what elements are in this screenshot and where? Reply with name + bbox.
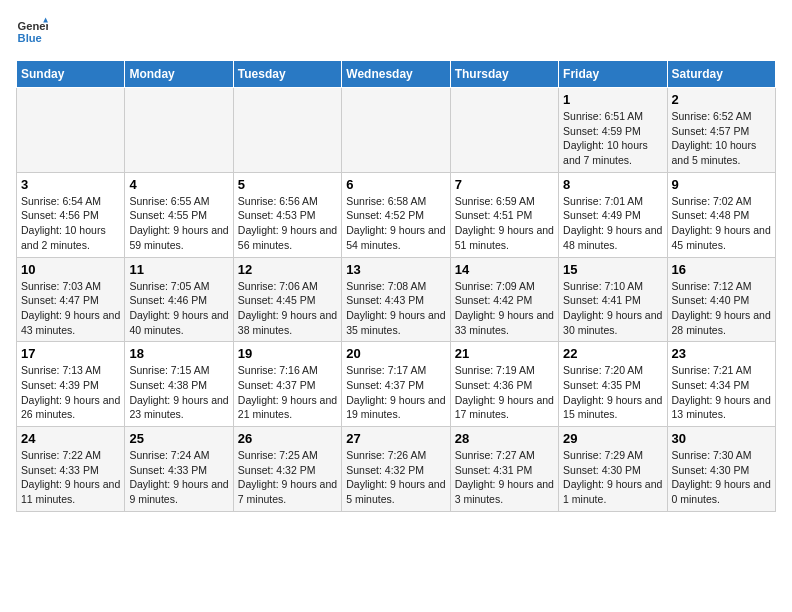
day-number: 1 — [563, 92, 662, 107]
day-number: 30 — [672, 431, 771, 446]
day-info: Sunrise: 7:01 AMSunset: 4:49 PMDaylight:… — [563, 194, 662, 253]
day-cell: 19Sunrise: 7:16 AMSunset: 4:37 PMDayligh… — [233, 342, 341, 427]
day-info: Sunrise: 7:15 AMSunset: 4:38 PMDaylight:… — [129, 363, 228, 422]
day-cell: 3Sunrise: 6:54 AMSunset: 4:56 PMDaylight… — [17, 172, 125, 257]
day-cell — [125, 88, 233, 173]
day-header-thursday: Thursday — [450, 61, 558, 88]
day-number: 12 — [238, 262, 337, 277]
day-number: 20 — [346, 346, 445, 361]
day-number: 18 — [129, 346, 228, 361]
day-info: Sunrise: 7:12 AMSunset: 4:40 PMDaylight:… — [672, 279, 771, 338]
day-cell: 11Sunrise: 7:05 AMSunset: 4:46 PMDayligh… — [125, 257, 233, 342]
day-header-friday: Friday — [559, 61, 667, 88]
day-cell: 22Sunrise: 7:20 AMSunset: 4:35 PMDayligh… — [559, 342, 667, 427]
day-info: Sunrise: 7:30 AMSunset: 4:30 PMDaylight:… — [672, 448, 771, 507]
day-info: Sunrise: 7:05 AMSunset: 4:46 PMDaylight:… — [129, 279, 228, 338]
day-info: Sunrise: 7:16 AMSunset: 4:37 PMDaylight:… — [238, 363, 337, 422]
day-info: Sunrise: 6:58 AMSunset: 4:52 PMDaylight:… — [346, 194, 445, 253]
day-number: 14 — [455, 262, 554, 277]
week-row-1: 1Sunrise: 6:51 AMSunset: 4:59 PMDaylight… — [17, 88, 776, 173]
day-header-tuesday: Tuesday — [233, 61, 341, 88]
day-cell: 4Sunrise: 6:55 AMSunset: 4:55 PMDaylight… — [125, 172, 233, 257]
day-number: 13 — [346, 262, 445, 277]
day-header-monday: Monday — [125, 61, 233, 88]
day-cell: 12Sunrise: 7:06 AMSunset: 4:45 PMDayligh… — [233, 257, 341, 342]
day-number: 15 — [563, 262, 662, 277]
day-cell: 28Sunrise: 7:27 AMSunset: 4:31 PMDayligh… — [450, 427, 558, 512]
day-number: 24 — [21, 431, 120, 446]
day-info: Sunrise: 7:20 AMSunset: 4:35 PMDaylight:… — [563, 363, 662, 422]
day-info: Sunrise: 6:56 AMSunset: 4:53 PMDaylight:… — [238, 194, 337, 253]
day-info: Sunrise: 7:24 AMSunset: 4:33 PMDaylight:… — [129, 448, 228, 507]
day-cell: 14Sunrise: 7:09 AMSunset: 4:42 PMDayligh… — [450, 257, 558, 342]
day-cell: 23Sunrise: 7:21 AMSunset: 4:34 PMDayligh… — [667, 342, 775, 427]
week-row-3: 10Sunrise: 7:03 AMSunset: 4:47 PMDayligh… — [17, 257, 776, 342]
day-cell: 27Sunrise: 7:26 AMSunset: 4:32 PMDayligh… — [342, 427, 450, 512]
day-cell: 18Sunrise: 7:15 AMSunset: 4:38 PMDayligh… — [125, 342, 233, 427]
day-info: Sunrise: 7:09 AMSunset: 4:42 PMDaylight:… — [455, 279, 554, 338]
day-cell: 29Sunrise: 7:29 AMSunset: 4:30 PMDayligh… — [559, 427, 667, 512]
day-cell — [342, 88, 450, 173]
day-info: Sunrise: 7:02 AMSunset: 4:48 PMDaylight:… — [672, 194, 771, 253]
day-info: Sunrise: 6:55 AMSunset: 4:55 PMDaylight:… — [129, 194, 228, 253]
day-info: Sunrise: 7:29 AMSunset: 4:30 PMDaylight:… — [563, 448, 662, 507]
day-info: Sunrise: 6:54 AMSunset: 4:56 PMDaylight:… — [21, 194, 120, 253]
day-number: 21 — [455, 346, 554, 361]
day-number: 22 — [563, 346, 662, 361]
day-info: Sunrise: 7:21 AMSunset: 4:34 PMDaylight:… — [672, 363, 771, 422]
day-cell: 21Sunrise: 7:19 AMSunset: 4:36 PMDayligh… — [450, 342, 558, 427]
day-number: 7 — [455, 177, 554, 192]
day-cell — [17, 88, 125, 173]
day-info: Sunrise: 7:06 AMSunset: 4:45 PMDaylight:… — [238, 279, 337, 338]
day-cell: 24Sunrise: 7:22 AMSunset: 4:33 PMDayligh… — [17, 427, 125, 512]
day-cell: 8Sunrise: 7:01 AMSunset: 4:49 PMDaylight… — [559, 172, 667, 257]
day-cell: 1Sunrise: 6:51 AMSunset: 4:59 PMDaylight… — [559, 88, 667, 173]
day-number: 28 — [455, 431, 554, 446]
day-info: Sunrise: 7:13 AMSunset: 4:39 PMDaylight:… — [21, 363, 120, 422]
day-cell: 2Sunrise: 6:52 AMSunset: 4:57 PMDaylight… — [667, 88, 775, 173]
day-info: Sunrise: 6:52 AMSunset: 4:57 PMDaylight:… — [672, 109, 771, 168]
day-number: 10 — [21, 262, 120, 277]
day-number: 17 — [21, 346, 120, 361]
logo: General Blue — [16, 16, 52, 48]
week-row-5: 24Sunrise: 7:22 AMSunset: 4:33 PMDayligh… — [17, 427, 776, 512]
day-cell: 9Sunrise: 7:02 AMSunset: 4:48 PMDaylight… — [667, 172, 775, 257]
day-cell: 20Sunrise: 7:17 AMSunset: 4:37 PMDayligh… — [342, 342, 450, 427]
header-row: SundayMondayTuesdayWednesdayThursdayFrid… — [17, 61, 776, 88]
day-info: Sunrise: 7:27 AMSunset: 4:31 PMDaylight:… — [455, 448, 554, 507]
day-number: 9 — [672, 177, 771, 192]
day-info: Sunrise: 7:19 AMSunset: 4:36 PMDaylight:… — [455, 363, 554, 422]
day-cell: 15Sunrise: 7:10 AMSunset: 4:41 PMDayligh… — [559, 257, 667, 342]
logo-icon: General Blue — [16, 16, 48, 48]
day-cell: 17Sunrise: 7:13 AMSunset: 4:39 PMDayligh… — [17, 342, 125, 427]
day-number: 25 — [129, 431, 228, 446]
week-row-2: 3Sunrise: 6:54 AMSunset: 4:56 PMDaylight… — [17, 172, 776, 257]
day-cell — [450, 88, 558, 173]
day-number: 16 — [672, 262, 771, 277]
day-info: Sunrise: 7:08 AMSunset: 4:43 PMDaylight:… — [346, 279, 445, 338]
day-info: Sunrise: 6:51 AMSunset: 4:59 PMDaylight:… — [563, 109, 662, 168]
day-cell: 13Sunrise: 7:08 AMSunset: 4:43 PMDayligh… — [342, 257, 450, 342]
day-cell: 10Sunrise: 7:03 AMSunset: 4:47 PMDayligh… — [17, 257, 125, 342]
day-header-sunday: Sunday — [17, 61, 125, 88]
day-cell: 30Sunrise: 7:30 AMSunset: 4:30 PMDayligh… — [667, 427, 775, 512]
svg-text:Blue: Blue — [18, 32, 42, 44]
day-number: 27 — [346, 431, 445, 446]
day-number: 26 — [238, 431, 337, 446]
week-row-4: 17Sunrise: 7:13 AMSunset: 4:39 PMDayligh… — [17, 342, 776, 427]
day-number: 3 — [21, 177, 120, 192]
day-number: 11 — [129, 262, 228, 277]
day-cell: 26Sunrise: 7:25 AMSunset: 4:32 PMDayligh… — [233, 427, 341, 512]
day-cell: 6Sunrise: 6:58 AMSunset: 4:52 PMDaylight… — [342, 172, 450, 257]
day-header-saturday: Saturday — [667, 61, 775, 88]
day-number: 19 — [238, 346, 337, 361]
day-cell: 25Sunrise: 7:24 AMSunset: 4:33 PMDayligh… — [125, 427, 233, 512]
day-number: 23 — [672, 346, 771, 361]
day-cell: 5Sunrise: 6:56 AMSunset: 4:53 PMDaylight… — [233, 172, 341, 257]
day-cell: 7Sunrise: 6:59 AMSunset: 4:51 PMDaylight… — [450, 172, 558, 257]
day-info: Sunrise: 7:10 AMSunset: 4:41 PMDaylight:… — [563, 279, 662, 338]
header: General Blue — [16, 16, 776, 48]
day-cell — [233, 88, 341, 173]
day-number: 5 — [238, 177, 337, 192]
day-number: 6 — [346, 177, 445, 192]
